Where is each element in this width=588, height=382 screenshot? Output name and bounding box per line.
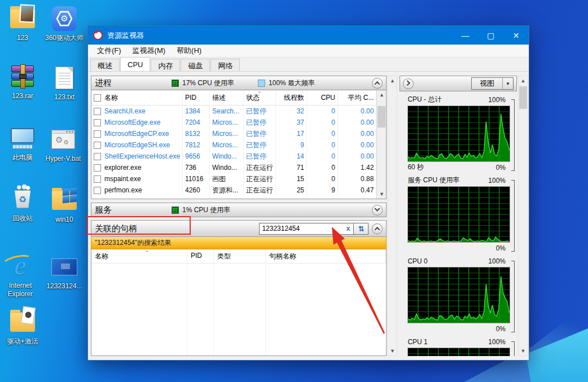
expand-services-button[interactable] — [372, 205, 383, 216]
row-checkbox[interactable] — [94, 153, 101, 160]
graph-title: 服务 CPU 使用率 — [407, 175, 459, 185]
col-cpu: CPU — [307, 90, 338, 105]
row-checkbox[interactable] — [94, 108, 101, 115]
scroll-down-icon[interactable]: ▼ — [519, 346, 528, 355]
process-section-title: 进程 — [95, 78, 167, 89]
maximize-button[interactable]: ▢ — [478, 26, 503, 45]
resource-monitor-window: 资源监视器 — ▢ ✕ 文件(F) 监视器(M) 帮助(H) 概述 CPU 内存… — [87, 25, 529, 361]
desktop-icon-recycle-bin[interactable]: ♻ 回收站 — [2, 186, 43, 223]
row-checkbox[interactable] — [94, 175, 101, 183]
scroll-down-icon[interactable]: ▼ — [377, 190, 386, 199]
scroll-up-icon[interactable]: ▲ — [388, 76, 397, 85]
graphs-scrollbar[interactable]: ▲ ▼ — [518, 76, 528, 356]
menu-file[interactable]: 文件(F) — [93, 45, 126, 57]
process-rows: SearchUI.exe1384Search...已暂停3200.00Micro… — [91, 106, 386, 196]
col-name: 名称 — [95, 252, 108, 260]
row-checkbox[interactable] — [94, 119, 101, 126]
select-all-checkbox[interactable] — [94, 94, 101, 102]
tab-memory[interactable]: 内存 — [151, 59, 180, 71]
desktop-icon-123-rar[interactable]: 123.rar — [2, 64, 43, 100]
desktop-icon-360-driver[interactable]: ⚙ 360驱动大师 — [44, 6, 85, 42]
process-table-scrollbar[interactable]: ▲ ▼ — [376, 90, 386, 199]
scale-bracket — [511, 180, 515, 252]
row-checkbox[interactable] — [94, 142, 101, 149]
search-refresh-icon[interactable]: ⇅ — [354, 223, 368, 235]
col-description: 描述 — [210, 90, 244, 105]
collapse-process-button[interactable] — [372, 78, 383, 89]
cpu-usage-label: 17% CPU 使用率 — [182, 78, 234, 88]
desktop-icon-label: win10 — [55, 216, 73, 224]
table-row[interactable]: explorer.exe736Windo...正在运行7101.42 — [91, 162, 386, 173]
menu-help[interactable]: 帮助(H) — [172, 45, 206, 57]
tab-network[interactable]: 网络 — [210, 59, 240, 71]
view-button-label: 视图 — [472, 78, 502, 89]
row-checkbox[interactable] — [94, 187, 101, 194]
desktop-icon-hyperv-bat[interactable]: ⚙⚙ Hyper-V.bat — [43, 126, 84, 163]
main-scrollbar[interactable]: ▲ ▼ — [387, 76, 397, 356]
scale-bracket — [511, 341, 515, 356]
desktop-icon-label: 此电脑 — [12, 153, 33, 162]
desktop-icon-123-folder[interactable]: 123 — [2, 6, 43, 42]
search-result-banner: "1232312454"的搜索结果 — [91, 237, 387, 249]
scroll-up-icon[interactable]: ▲ — [377, 90, 386, 99]
scale-bracket — [511, 99, 515, 171]
scrollbar-thumb[interactable] — [378, 106, 385, 128]
table-row[interactable]: MicrosoftEdgeCP.exe8132Micros...已暂停1700.… — [91, 128, 386, 139]
graph-plot-area — [407, 106, 510, 162]
max-frequency-label: 100% 最大频率 — [269, 78, 315, 88]
graph-plot-area — [407, 267, 510, 323]
desktop-icon-driver-activate[interactable]: 驱动+激活 — [2, 309, 43, 346]
row-checkbox[interactable] — [94, 130, 101, 138]
image-file-icon — [51, 254, 77, 280]
handles-section-title: 关联的句柄 — [95, 223, 167, 234]
desktop-icon-123-txt[interactable]: 123.txt — [44, 65, 85, 102]
tab-overview[interactable]: 概述 — [90, 59, 120, 71]
process-table-header[interactable]: 名称 PID 描述 ⌃状态 线程数 CPU 平均 C... — [91, 90, 386, 106]
desktop-icon-this-pc[interactable]: 此电脑 — [2, 125, 43, 162]
tab-cpu[interactable]: CPU — [120, 57, 150, 71]
graph-title: CPU - 总计 — [407, 95, 441, 104]
menu-monitor[interactable]: 监视器(M) — [128, 45, 170, 57]
handles-table-header[interactable]: ⌃名称 PID 类型 句柄名称 — [91, 249, 386, 264]
graph-min-label: 0% — [496, 164, 510, 172]
table-row[interactable]: MicrosoftEdgeSH.exe7812Micros...已暂停900.0… — [91, 139, 386, 151]
desktop-icon-win10-folder[interactable]: win10 — [44, 187, 85, 224]
graph-max-label: 100% — [488, 96, 510, 104]
handle-search-box[interactable]: x — [259, 223, 354, 235]
table-row[interactable]: ShellExperienceHost.exe9656Windo...已暂停14… — [91, 151, 386, 162]
clear-search-icon[interactable]: x — [345, 225, 352, 232]
chevron-up-icon — [375, 81, 380, 86]
table-row[interactable]: perfmon.exe4260资源和...正在运行2590.47 — [91, 185, 386, 196]
services-section-header[interactable]: 服务 1% CPU 使用率 — [91, 203, 387, 217]
collapse-graphs-button[interactable] — [403, 78, 414, 89]
graph-cpu-0: CPU 0100%0% — [400, 253, 517, 333]
close-button[interactable]: ✕ — [503, 26, 529, 45]
chevron-right-icon — [405, 80, 411, 86]
scrollbar-thumb[interactable] — [519, 86, 527, 109]
chevron-up-icon — [375, 226, 380, 232]
minimize-button[interactable]: — — [453, 26, 478, 45]
table-row[interactable]: MicrosoftEdge.exe7204Micros...已暂停3700.00 — [91, 117, 386, 128]
scroll-up-icon[interactable]: ▲ — [519, 76, 528, 85]
desktop-icon-label: Hyper-V.bat — [46, 155, 81, 163]
row-checkbox[interactable] — [94, 164, 101, 172]
desktop-icon-internet-explorer[interactable]: e Internet Explorer — [0, 250, 41, 298]
scroll-down-icon[interactable]: ▼ — [388, 346, 397, 355]
title-bar[interactable]: 资源监视器 — ▢ ✕ — [88, 26, 529, 45]
desktop-icon-label: 123.txt — [54, 93, 74, 102]
process-section-header[interactable]: 进程 17% CPU 使用率 100% 最大频率 — [91, 76, 387, 90]
graph-cpu-total: CPU - 总计100%60 秒0% — [400, 91, 517, 172]
table-row[interactable]: mspaint.exe11016画图正在运行1500.88 — [91, 173, 386, 185]
col-name: 名称 — [104, 93, 118, 103]
tab-disk[interactable]: 磁盘 — [181, 59, 210, 71]
handles-section-header[interactable]: 关联的句柄 x ⇅ — [91, 220, 387, 237]
view-dropdown-button[interactable]: 视图 ▼ — [471, 77, 514, 90]
collapse-handles-button[interactable] — [372, 223, 383, 234]
handle-search-input[interactable] — [262, 225, 345, 232]
graphs-list: CPU - 总计100%60 秒0%服务 CPU 使用率100%0%CPU 01… — [400, 91, 517, 356]
handles-table-body — [91, 264, 386, 355]
dropdown-arrow-icon: ▼ — [502, 78, 513, 89]
desktop-icon-image-12323124[interactable]: 12323124... — [44, 254, 85, 291]
graph-title: CPU 0 — [407, 257, 427, 265]
table-row[interactable]: SearchUI.exe1384Search...已暂停3200.00 — [91, 106, 386, 117]
